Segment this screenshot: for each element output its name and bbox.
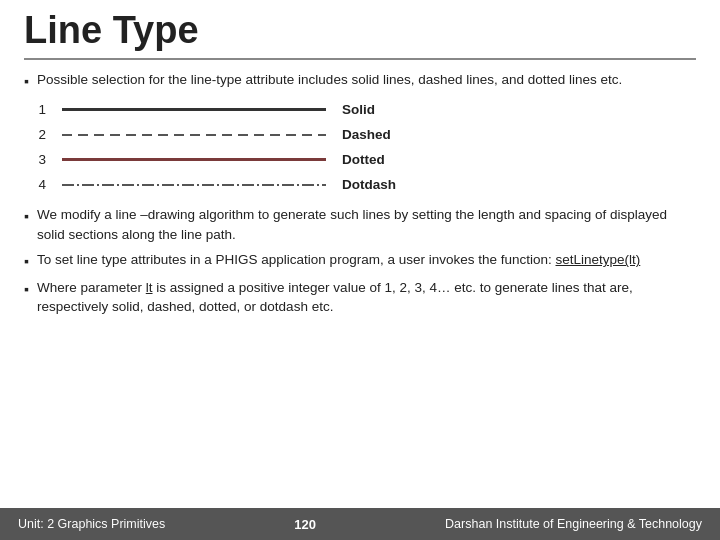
lt-number-2: 2 [24, 122, 54, 147]
footer-page-number: 120 [294, 517, 316, 532]
lt-line-cell-3 [54, 147, 334, 172]
bullet3-text-before: To set line type attributes in a PHIGS a… [37, 252, 556, 267]
footer-institute: Darshan Institute of Engineering & Techn… [445, 517, 702, 531]
bullet-symbol-2: ▪ [24, 206, 29, 226]
bullet4-text-before: Where parameter [37, 280, 146, 295]
solid-line [62, 108, 326, 111]
bullet-text-4: Where parameter lt is assigned a positiv… [37, 278, 696, 317]
footer: Unit: 2 Graphics Primitives 120 Darshan … [0, 508, 720, 540]
lt-label-1: Solid [334, 97, 696, 122]
table-row: 1 Solid [24, 97, 696, 122]
setLinetype-link[interactable]: setLinetype(lt) [556, 252, 641, 267]
lt-line-cell-2 [54, 122, 334, 147]
lt-line-cell-4 [54, 172, 334, 197]
lt-label-2: Dashed [334, 122, 696, 147]
footer-unit: Unit: 2 Graphics Primitives [18, 517, 165, 531]
table-row: 2 Dashed [24, 122, 696, 147]
lt-line-cell-1 [54, 97, 334, 122]
page-title: Line Type [24, 10, 696, 52]
line-types-table: 1 Solid 2 Dashed 3 [24, 97, 696, 197]
table-row: 4 Dotdash [24, 172, 696, 197]
lt-number-4: 4 [24, 172, 54, 197]
main-content: Line Type ▪ Possible selection for the l… [0, 0, 720, 508]
dashed-line [62, 134, 326, 136]
lt-label-3: Dotted [334, 147, 696, 172]
lt-number-3: 3 [24, 147, 54, 172]
lt-param: lt [146, 280, 153, 295]
dotted-line [62, 158, 326, 161]
dotdash-line [62, 184, 326, 186]
bullet-text-2: We modify a line –drawing algorithm to g… [37, 205, 696, 244]
table-row: 3 Dotted [24, 147, 696, 172]
lt-number-1: 1 [24, 97, 54, 122]
bullet-item-3: ▪ To set line type attributes in a PHIGS… [24, 250, 696, 271]
bullet-item-1: ▪ Possible selection for the line-type a… [24, 70, 696, 91]
bullet-text-1: Possible selection for the line-type att… [37, 70, 696, 90]
page: Line Type ▪ Possible selection for the l… [0, 0, 720, 540]
bullet-symbol-4: ▪ [24, 279, 29, 299]
title-divider [24, 58, 696, 60]
bullet-symbol-3: ▪ [24, 251, 29, 271]
bullet-text-3: To set line type attributes in a PHIGS a… [37, 250, 696, 270]
bullet-symbol-1: ▪ [24, 71, 29, 91]
bullet-item-2: ▪ We modify a line –drawing algorithm to… [24, 205, 696, 244]
bullet-item-4: ▪ Where parameter lt is assigned a posit… [24, 278, 696, 317]
lt-label-4: Dotdash [334, 172, 696, 197]
